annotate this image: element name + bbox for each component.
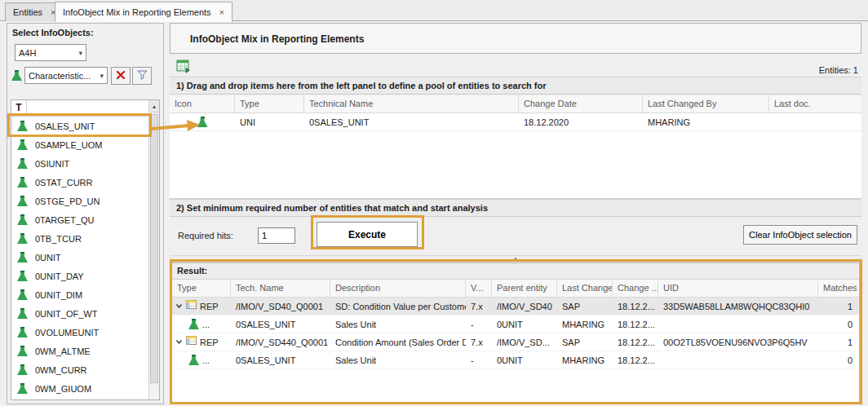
result-row-change-date: 18.12.2... [613, 298, 658, 316]
column-header-tech-name[interactable]: Tech. Name [231, 280, 330, 297]
column-header-technical-name[interactable]: Technical Name [304, 95, 519, 113]
infoobject-type-dropdown[interactable]: Characteristic... ▾ [24, 67, 108, 84]
list-item[interactable]: 0UNIT_DIM [11, 285, 148, 304]
list-item[interactable]: 0UNIT [11, 248, 148, 267]
required-hits-input[interactable] [258, 227, 295, 244]
list-item[interactable]: 0SAMPLE_UOM [11, 135, 148, 154]
entity-pool-table: Icon Type Technical Name Change Date Las… [170, 95, 861, 199]
infoobject-list-header[interactable]: T [11, 100, 148, 117]
result-row-change-date: 18.12.2... [613, 316, 658, 333]
filter-button[interactable] [132, 67, 152, 85]
pool-table-row[interactable]: UNI 0SALES_UNIT 18.12.2020 MHARING [170, 113, 861, 131]
list-item-label: 0UNIT_OF_WT [35, 309, 97, 319]
column-header-last-changed-by[interactable]: Last Changed By [643, 95, 769, 113]
remove-selection-button[interactable] [111, 67, 131, 85]
result-row[interactable]: ... 0SALES_UNIT Sales Unit - 0UNIT MHARI… [172, 351, 859, 369]
list-item-label: 0UNIT [35, 253, 61, 263]
list-item[interactable]: 0WM_CURR [11, 360, 148, 379]
list-item[interactable]: 0TB_TCUR [11, 229, 148, 248]
list-item[interactable]: 0SIUNIT [11, 154, 148, 173]
tab-infoobject-mix-label: InfoObject Mix in Reporting Elements [63, 7, 211, 17]
column-header-version[interactable]: V... [466, 280, 492, 297]
list-item-label: 0WM_ALTME [35, 346, 91, 356]
column-header-type[interactable]: Type [172, 280, 231, 297]
list-item-label: 0TB_TCUR [35, 234, 82, 244]
section-splitter[interactable]: ▲ [170, 255, 861, 263]
filter-funnel-icon [137, 70, 148, 82]
close-icon[interactable]: × [219, 7, 224, 17]
export-excel-icon[interactable] [176, 59, 191, 73]
column-header-change-date[interactable]: Change ... [613, 280, 658, 297]
list-item[interactable]: 0UNIT_OF_WT [11, 304, 148, 323]
list-item-label: 0WM_GIUOM [35, 384, 91, 394]
characteristic-icon [188, 355, 199, 365]
column-header-change-date[interactable]: Change Date [519, 95, 643, 113]
list-item[interactable]: 0VOLUMEUNIT [11, 323, 148, 342]
result-row-type: REP [200, 298, 219, 316]
list-scrollbar[interactable]: ▲ [148, 100, 159, 399]
result-row-version: 7.x [466, 333, 492, 351]
expand-chevron-icon[interactable] [175, 333, 183, 351]
section1-header: 1) Drag and drop items here from the lef… [170, 77, 861, 95]
characteristic-icon [17, 252, 28, 263]
result-row-type: ... [202, 316, 210, 333]
list-item[interactable]: 0WM_GIUOM [11, 379, 148, 398]
result-table-header: Type Tech. Name Description V... Parent … [172, 280, 859, 298]
page-title-box: InfoObject Mix in Reporting Elements [170, 23, 861, 54]
characteristic-icon [17, 289, 28, 300]
result-row-tech-name: /IMO/V_SD40_Q0001 [231, 298, 330, 316]
scrollbar-thumb[interactable] [150, 114, 158, 383]
result-row-uid: 00O2TL85VOENU96NVO3P6Q5HV [658, 333, 818, 351]
result-row[interactable]: REP /IMO/V_SD440_Q0001 Condition Amount … [172, 333, 859, 351]
list-item-label: 0SIUNIT [35, 159, 69, 169]
pool-row-last-changed-by: MHARING [643, 113, 769, 131]
characteristic-icon [17, 158, 28, 169]
result-row-parent: 0UNIT [492, 316, 557, 333]
characteristic-icon [17, 364, 28, 375]
select-infoobjects-panel: Select InfoObjects: A4H ▾ Characteristic… [7, 23, 164, 404]
text-filter-header[interactable]: T [11, 100, 27, 116]
list-item[interactable]: 0UNIT_DAY [11, 267, 148, 285]
list-item[interactable]: 0SALES_UNIT [11, 117, 148, 135]
column-header-parent-entity[interactable]: Parent entity [492, 280, 557, 297]
result-row-parent: /IMO/V_SD... [492, 333, 557, 351]
analysis-controls: Required hits: Execute Clear InfoObject … [170, 218, 861, 255]
section2-header: 2) Set minimum required number of entiti… [170, 199, 861, 217]
tab-infoobject-mix[interactable]: InfoObject Mix in Reporting Elements × [55, 2, 232, 22]
pool-row-icon-cell [170, 113, 235, 131]
result-row[interactable]: REP /IMO/V_SD40_Q0001 SD: Condition Valu… [172, 298, 859, 316]
list-item[interactable]: 0STGE_PD_UN [11, 192, 148, 210]
expand-chevron-icon[interactable] [175, 298, 183, 316]
result-row-description: Sales Unit [330, 351, 466, 369]
list-item[interactable]: 0WM_ALTME [11, 342, 148, 360]
infoobject-list: T 0SALES_UNIT 0SAMPLE_UOM 0SIUNIT 0STAT_… [11, 99, 160, 400]
column-header-icon[interactable]: Icon [170, 95, 235, 113]
result-row-uid: 33D5WAB58LLAM8WQHQC83QHI0 [658, 298, 818, 316]
scroll-up-icon[interactable]: ▲ [149, 100, 159, 113]
column-header-description[interactable]: Description [330, 280, 466, 297]
entities-count-label: Entities: 1 [819, 65, 858, 75]
result-row-parent: 0UNIT [492, 351, 557, 369]
column-header-matches[interactable]: Matches [818, 280, 859, 297]
result-row-change-date: 18.12.2... [613, 351, 658, 369]
report-icon [186, 333, 197, 351]
result-row[interactable]: ... 0SALES_UNIT Sales Unit - 0UNIT MHARI… [172, 316, 859, 333]
list-item[interactable]: 0STAT_CURR [11, 173, 148, 192]
characteristic-icon [197, 117, 208, 127]
column-header-last-changed[interactable]: Last Change... [557, 280, 613, 297]
clear-infoobject-selection-button[interactable]: Clear InfoObject selection [743, 225, 857, 245]
list-item[interactable]: 0TARGET_QU [11, 210, 148, 229]
column-header-uid[interactable]: UID [658, 280, 818, 297]
characteristic-icon [17, 233, 28, 244]
column-header-type[interactable]: Type [235, 95, 304, 113]
result-row-parent: /IMO/V_SD40 [492, 298, 557, 316]
result-row-type: ... [202, 351, 210, 369]
execute-button[interactable]: Execute [317, 222, 418, 247]
result-row-version: 7.x [466, 298, 492, 316]
result-row-tech-name: 0SALES_UNIT [231, 316, 330, 333]
column-header-last-doc[interactable]: Last doc. [769, 95, 861, 113]
result-row-last-changed: SAP [557, 298, 613, 316]
system-dropdown[interactable]: A4H ▾ [15, 44, 86, 61]
result-row-type-cell: REP [172, 333, 231, 351]
result-row-type: REP [200, 333, 219, 351]
